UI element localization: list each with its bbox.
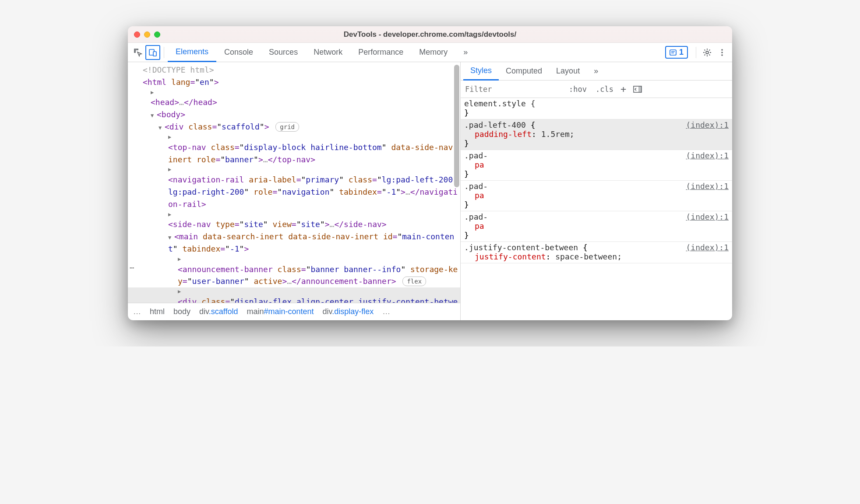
styles-filter-input[interactable]: [461, 82, 564, 96]
close-window-icon[interactable]: [134, 32, 140, 38]
styles-filter-bar: :hov .cls +: [461, 80, 732, 98]
zoom-window-icon[interactable]: [154, 32, 160, 38]
dom-tree[interactable]: <!DOCTYPE html> <html lang="en"> <head>……: [128, 62, 460, 303]
toolbar-divider: [696, 47, 696, 58]
rule-source-link[interactable]: (index):1: [686, 182, 729, 191]
more-icon[interactable]: [715, 45, 730, 60]
tab-memory[interactable]: Memory: [411, 43, 455, 62]
toolbar-divider: [164, 47, 164, 58]
device-toggle-icon[interactable]: [145, 45, 160, 60]
tab-elements[interactable]: Elements: [168, 43, 216, 62]
tab-performance[interactable]: Performance: [350, 43, 411, 62]
new-style-rule-button[interactable]: +: [618, 84, 629, 94]
dom-html[interactable]: <html lang="en">: [128, 76, 460, 88]
rule-source-link[interactable]: (index):1: [686, 120, 729, 130]
breadcrumbs: … html body div.scaffold main#main-conte…: [128, 303, 460, 320]
rule-source-link[interactable]: (index):1: [686, 151, 729, 160]
svg-point-7: [721, 52, 723, 53]
tab-sources[interactable]: Sources: [261, 43, 306, 62]
main-tabs: Elements Console Sources Network Perform…: [168, 43, 476, 62]
tab-styles[interactable]: Styles: [463, 63, 499, 80]
svg-rect-1: [153, 52, 156, 56]
tab-computed[interactable]: Computed: [499, 62, 549, 80]
styles-list: element.style { } .pad-left-400 { (index…: [461, 98, 732, 320]
dom-scaffold[interactable]: <div class="scaffold"> grid: [128, 121, 460, 133]
settings-icon[interactable]: [700, 45, 715, 60]
dom-main[interactable]: <main data-search-inert data-side-nav-in…: [128, 231, 460, 255]
style-rule[interactable]: .justify-content-between { (index):1 jus…: [461, 242, 732, 263]
svg-rect-10: [638, 86, 641, 92]
rule-source-link[interactable]: (index):1: [686, 212, 729, 221]
main-toolbar: Elements Console Sources Network Perform…: [128, 43, 732, 62]
window-title: DevTools - developer.chrome.com/tags/dev…: [128, 30, 732, 39]
svg-point-5: [706, 51, 708, 54]
tab-network[interactable]: Network: [306, 43, 350, 62]
elements-panel: <!DOCTYPE html> <html lang="en"> <head>……: [128, 62, 461, 320]
issues-count: 1: [679, 48, 684, 57]
styles-tabs-overflow[interactable]: »: [587, 62, 605, 80]
style-rule[interactable]: .pad- (index):1 pa }: [461, 181, 732, 211]
style-rule[interactable]: .pad- (index):1 pa }: [461, 211, 732, 242]
dom-doctype[interactable]: <!DOCTYPE html>: [128, 64, 460, 76]
inspect-element-icon[interactable]: [130, 45, 145, 60]
dom-body[interactable]: <body>: [128, 108, 460, 121]
tab-console[interactable]: Console: [216, 43, 261, 62]
svg-point-8: [721, 54, 723, 56]
content-area: <!DOCTYPE html> <html lang="en"> <head>……: [128, 62, 732, 320]
dom-topnav[interactable]: <top-nav class="display-block hairline-b…: [128, 133, 460, 165]
styles-panel: Styles Computed Layout » :hov .cls + ele…: [461, 62, 732, 320]
cls-toggle[interactable]: .cls: [591, 85, 618, 94]
breadcrumb-overflow-left[interactable]: …: [133, 307, 141, 316]
issues-button[interactable]: 1: [665, 46, 688, 59]
style-rule[interactable]: .pad-left-400 { (index):1 padding-left: …: [461, 119, 732, 150]
tabs-overflow[interactable]: »: [455, 43, 476, 62]
dom-head[interactable]: <head>…</head>: [128, 88, 460, 108]
devtools-window: DevTools - developer.chrome.com/tags/dev…: [128, 26, 732, 320]
dom-navrail[interactable]: <navigation-rail aria-label="primary" cl…: [128, 165, 460, 210]
element-style-rule[interactable]: element.style { }: [461, 98, 732, 119]
breadcrumb-overflow-right[interactable]: …: [382, 307, 390, 316]
dom-banner[interactable]: <announcement-banner class="banner banne…: [128, 255, 460, 287]
window-controls: [134, 32, 160, 38]
breadcrumb-item[interactable]: main#main-content: [247, 307, 314, 316]
breadcrumb-item[interactable]: body: [173, 307, 190, 316]
breadcrumb-item[interactable]: html: [150, 307, 165, 316]
toggle-sidebar-icon[interactable]: [629, 86, 646, 93]
svg-rect-2: [670, 50, 676, 55]
minimize-window-icon[interactable]: [144, 32, 150, 38]
hov-toggle[interactable]: :hov: [564, 85, 591, 94]
style-rule[interactable]: .pad- (index):1 pa }: [461, 150, 732, 181]
dom-sidenav[interactable]: <side-nav type="site" view="site">…</sid…: [128, 210, 460, 231]
scrollbar[interactable]: [454, 65, 459, 187]
svg-point-6: [721, 49, 723, 51]
dom-row-actions-icon[interactable]: ⋯: [130, 262, 134, 274]
tab-layout[interactable]: Layout: [549, 62, 587, 80]
rule-source-link[interactable]: (index):1: [686, 243, 729, 252]
titlebar: DevTools - developer.chrome.com/tags/dev…: [128, 26, 732, 43]
breadcrumb-item[interactable]: div.scaffold: [199, 307, 238, 316]
styles-tabs: Styles Computed Layout »: [461, 62, 732, 80]
dom-selected-row[interactable]: <div class="display-flex align-center ju…: [128, 287, 460, 303]
breadcrumb-item[interactable]: div.display-flex: [323, 307, 374, 316]
